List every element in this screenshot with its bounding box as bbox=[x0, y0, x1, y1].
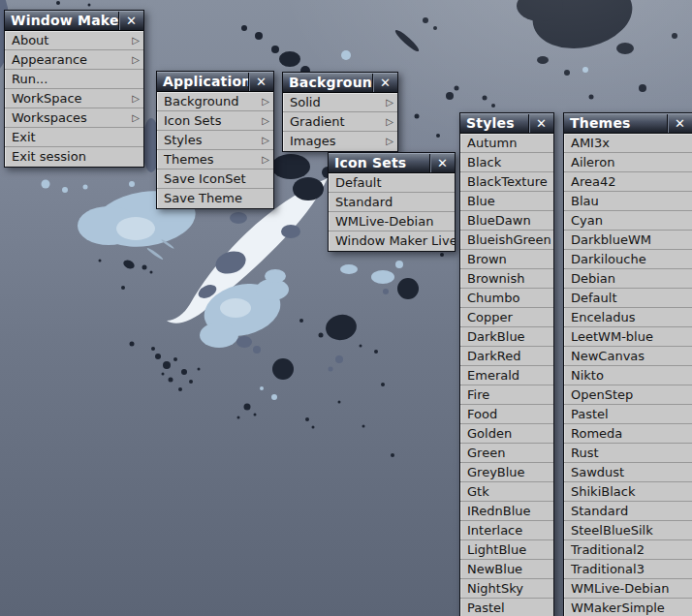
close-button[interactable]: ✕ bbox=[429, 154, 455, 172]
menu-item-green[interactable]: Green bbox=[460, 444, 553, 463]
menu-item-darkilouche[interactable]: Darkilouche bbox=[564, 250, 692, 269]
menu-item-default-iconset[interactable]: Default bbox=[329, 173, 455, 193]
menu-item-rust[interactable]: Rust bbox=[564, 444, 692, 463]
menu-item-label: Aileron bbox=[571, 155, 614, 169]
menu-item-sawdust[interactable]: Sawdust bbox=[564, 463, 692, 482]
menu-item-openstep[interactable]: OpenStep bbox=[564, 385, 692, 405]
submenu-arrow-icon: ▷ bbox=[132, 108, 140, 128]
menu-item-blue[interactable]: Blue bbox=[460, 192, 553, 211]
menu-item-aileron[interactable]: Aileron bbox=[564, 153, 692, 172]
menu-item-label: Autumn bbox=[467, 136, 517, 150]
close-button[interactable]: ✕ bbox=[667, 114, 692, 133]
menu-item-label: Pastel bbox=[571, 407, 609, 421]
window-maker-titlebar[interactable]: Window Maker ✕ bbox=[5, 11, 143, 31]
close-button[interactable]: ✕ bbox=[248, 73, 273, 91]
menu-item-enceladus[interactable]: Enceladus bbox=[564, 308, 692, 327]
menu-item-interlace[interactable]: Interlace bbox=[460, 521, 553, 540]
menu-item-label: Themes bbox=[164, 152, 214, 167]
styles-titlebar[interactable]: Styles ✕ bbox=[460, 113, 553, 134]
menu-item-wmlive-debian-iconset[interactable]: WMLive-Debian bbox=[329, 212, 455, 231]
menu-item-images[interactable]: Images▷ bbox=[283, 132, 397, 151]
menu-item-themes[interactable]: Themes▷ bbox=[157, 150, 273, 169]
menu-item-emerald[interactable]: Emerald bbox=[460, 366, 553, 385]
menu-item-brown[interactable]: Brown bbox=[460, 250, 553, 269]
menu-item-standard-theme[interactable]: Standard bbox=[564, 502, 692, 521]
menu-item-golden[interactable]: Golden bbox=[460, 424, 553, 444]
menu-items: Background▷ Icon Sets▷ Styles▷ Themes▷ S… bbox=[157, 92, 273, 208]
menu-item-gradient[interactable]: Gradient▷ bbox=[283, 112, 397, 132]
menu-item-label: AMI3x bbox=[571, 136, 610, 150]
menu-item-window-maker-live-iconset[interactable]: Window Maker Live bbox=[329, 231, 455, 251]
close-button[interactable]: ✕ bbox=[118, 12, 143, 30]
menu-items: Solid▷ Gradient▷ Images▷ bbox=[283, 93, 397, 151]
menu-item-pastel-theme[interactable]: Pastel bbox=[564, 405, 692, 424]
menu-item-brownish[interactable]: Brownish bbox=[460, 269, 553, 289]
menu-item-traditional2[interactable]: Traditional2 bbox=[564, 540, 692, 560]
menu-item-label: Copper bbox=[467, 310, 513, 324]
menu-item-irednblue[interactable]: IRednBlue bbox=[460, 502, 553, 521]
menu-item-exit-session[interactable]: Exit session bbox=[5, 147, 143, 167]
menu-item-traditional3[interactable]: Traditional3 bbox=[564, 560, 692, 579]
menu-item-copper[interactable]: Copper bbox=[460, 308, 553, 327]
menu-item-label: Blue bbox=[467, 194, 495, 208]
menu-item-darkbluewm[interactable]: DarkblueWM bbox=[564, 231, 692, 250]
menu-item-fire[interactable]: Fire bbox=[460, 385, 553, 405]
menu-item-gtk[interactable]: Gtk bbox=[460, 482, 553, 502]
menu-item-workspace[interactable]: WorkSpace▷ bbox=[5, 89, 143, 108]
menu-item-steelbluesilk[interactable]: SteelBlueSilk bbox=[564, 521, 692, 540]
menu-item-solid[interactable]: Solid▷ bbox=[283, 93, 397, 112]
themes-titlebar[interactable]: Themes ✕ bbox=[564, 113, 692, 134]
menu-item-label: Black bbox=[467, 155, 501, 169]
menu-item-standard-iconset[interactable]: Standard bbox=[329, 193, 455, 212]
menu-item-blacktexture[interactable]: BlackTexture bbox=[460, 172, 553, 192]
menu-item-greyblue[interactable]: GreyBlue bbox=[460, 463, 553, 482]
menu-item-area42[interactable]: Area42 bbox=[564, 172, 692, 192]
menu-item-autumn[interactable]: Autumn bbox=[460, 134, 553, 153]
applications-titlebar[interactable]: Applications ✕ bbox=[157, 72, 273, 92]
menu-item-bluedawn[interactable]: BlueDawn bbox=[460, 211, 553, 231]
menu-item-label: WorkSpace bbox=[12, 91, 82, 106]
menu-item-save-iconset[interactable]: Save IconSet bbox=[157, 169, 273, 189]
menu-item-label: Food bbox=[467, 407, 497, 421]
icon-sets-titlebar[interactable]: Icon Sets ✕ bbox=[329, 153, 455, 173]
close-button[interactable]: ✕ bbox=[528, 114, 553, 133]
menu-item-black[interactable]: Black bbox=[460, 153, 553, 172]
menu-item-chumbo[interactable]: Chumbo bbox=[460, 289, 553, 308]
menu-item-label: Run... bbox=[12, 72, 47, 86]
menu-item-styles[interactable]: Styles▷ bbox=[157, 131, 273, 150]
menu-item-darkred[interactable]: DarkRed bbox=[460, 347, 553, 366]
menu-item-label: OpenStep bbox=[571, 387, 633, 402]
menu-item-newblue[interactable]: NewBlue bbox=[460, 560, 553, 579]
menu-item-blau[interactable]: Blau bbox=[564, 192, 692, 211]
menu-item-save-theme[interactable]: Save Theme bbox=[157, 189, 273, 208]
menu-item-label: Workspaces bbox=[12, 110, 87, 125]
menu-item-about[interactable]: About▷ bbox=[5, 31, 143, 50]
menu-item-nightsky[interactable]: NightSky bbox=[460, 579, 553, 599]
menu-item-romeda[interactable]: Romeda bbox=[564, 424, 692, 444]
menu-item-pastel-style[interactable]: Pastel bbox=[460, 599, 553, 616]
menu-item-icon-sets[interactable]: Icon Sets▷ bbox=[157, 111, 273, 131]
menu-item-lightblue[interactable]: LightBlue bbox=[460, 540, 553, 560]
menu-item-nikto[interactable]: Nikto bbox=[564, 366, 692, 385]
menu-item-exit[interactable]: Exit bbox=[5, 128, 143, 147]
background-titlebar[interactable]: Background ✕ bbox=[283, 73, 397, 93]
menu-item-newcanvas[interactable]: NewCanvas bbox=[564, 347, 692, 366]
menu-item-run[interactable]: Run... bbox=[5, 70, 143, 89]
menu-item-default-theme[interactable]: Default bbox=[564, 289, 692, 308]
menu-item-wmakersimple[interactable]: WMakerSimple bbox=[564, 599, 692, 616]
menu-item-ami3x[interactable]: AMI3x bbox=[564, 134, 692, 153]
close-button[interactable]: ✕ bbox=[372, 74, 397, 92]
menu-item-darkblue[interactable]: DarkBlue bbox=[460, 327, 553, 347]
submenu-arrow-icon: ▷ bbox=[132, 89, 140, 108]
menu-item-appearance[interactable]: Appearance▷ bbox=[5, 50, 143, 70]
menu-item-leetwm-blue[interactable]: LeetWM-blue bbox=[564, 327, 692, 347]
menu-item-debian[interactable]: Debian bbox=[564, 269, 692, 289]
menu-item-blueishgreen[interactable]: BlueishGreen bbox=[460, 231, 553, 250]
submenu-arrow-icon: ▷ bbox=[132, 50, 140, 70]
menu-item-shikiblack[interactable]: ShikiBlack bbox=[564, 482, 692, 502]
menu-item-wmlive-debian-theme[interactable]: WMLive-Debian bbox=[564, 579, 692, 599]
menu-item-workspaces[interactable]: Workspaces▷ bbox=[5, 108, 143, 128]
menu-item-food[interactable]: Food bbox=[460, 405, 553, 424]
menu-item-cyan[interactable]: Cyan bbox=[564, 211, 692, 231]
menu-item-background[interactable]: Background▷ bbox=[157, 92, 273, 111]
